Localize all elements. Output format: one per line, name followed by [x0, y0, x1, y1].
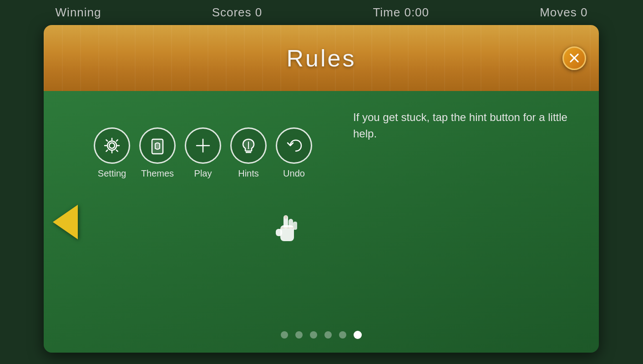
rules-modal: Rules If you get stuck, tap the hint but… [44, 25, 599, 353]
undo-label: Undo [283, 168, 305, 179]
svg-rect-11 [289, 219, 293, 229]
svg-rect-8 [280, 225, 294, 241]
hints-label: Hints [238, 168, 259, 179]
svg-rect-10 [284, 215, 288, 229]
themes-icon-circle [139, 127, 176, 164]
hints-icon-item[interactable]: Hints [230, 127, 267, 179]
cursor-hand [273, 212, 301, 248]
status-bar: Winning Scores 0 Time 0:00 Moves 0 [0, 0, 643, 25]
setting-icon [102, 136, 122, 156]
modal-body: If you get stuck, tap the hint button fo… [44, 91, 599, 353]
undo-icon-circle [276, 127, 312, 164]
pagination-dots [281, 331, 362, 339]
setting-label: Setting [98, 168, 126, 179]
themes-icon-item[interactable]: Themes [139, 127, 176, 179]
scores-display: Scores 0 [212, 5, 263, 20]
modal-header: Rules [44, 25, 599, 91]
svg-point-7 [248, 148, 249, 149]
hints-icon [238, 136, 258, 156]
svg-rect-9 [276, 229, 282, 236]
dot-3[interactable] [310, 331, 317, 339]
modal-title: Rules [287, 45, 356, 72]
dot-4[interactable] [324, 331, 332, 339]
svg-rect-14 [284, 215, 287, 219]
winning-label: Winning [56, 5, 101, 20]
close-button[interactable] [562, 46, 586, 70]
setting-icon-item[interactable]: Setting [94, 127, 130, 179]
play-icon-circle [185, 127, 221, 164]
dot-1[interactable] [281, 331, 288, 339]
svg-point-0 [109, 143, 115, 148]
themes-icon [147, 136, 167, 156]
themes-label: Themes [141, 168, 174, 179]
hint-description: If you get stuck, tap the hint button fo… [353, 109, 572, 142]
undo-icon-item[interactable]: Undo [276, 127, 312, 179]
setting-icon-circle [94, 127, 130, 164]
dot-5[interactable] [339, 331, 346, 339]
hints-icon-circle [230, 127, 267, 164]
play-label: Play [194, 168, 212, 179]
play-icon-item[interactable]: Play [185, 127, 221, 179]
undo-icon [284, 136, 304, 156]
play-icon [193, 136, 213, 156]
svg-rect-12 [293, 222, 297, 230]
nav-prev-button[interactable] [53, 205, 78, 239]
dot-2[interactable] [295, 331, 303, 339]
time-display: Time 0:00 [373, 5, 429, 20]
moves-display: Moves 0 [540, 5, 587, 20]
dot-6[interactable] [354, 331, 362, 339]
